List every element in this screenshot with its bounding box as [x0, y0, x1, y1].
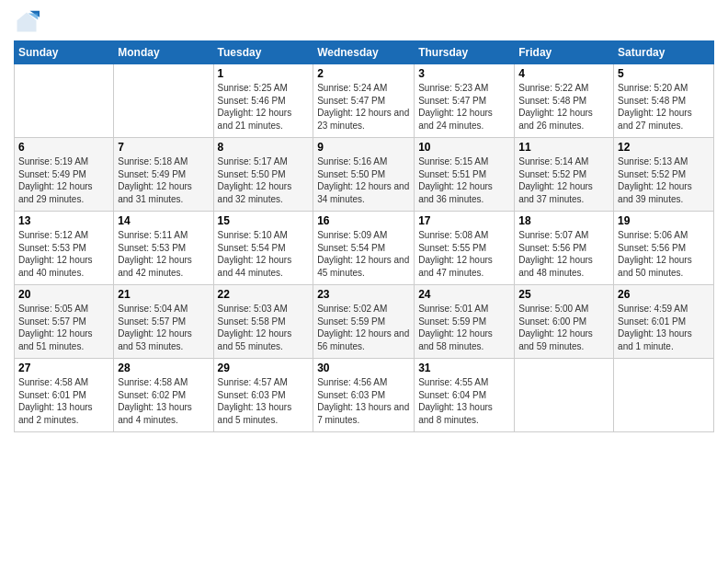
weekday-header-thursday: Thursday	[415, 41, 515, 64]
day-number: 23	[317, 288, 410, 301]
calendar-cell: 25Sunrise: 5:00 AM Sunset: 6:00 PM Dayli…	[515, 285, 614, 359]
day-details: Sunrise: 5:02 AM Sunset: 5:59 PM Dayligh…	[317, 303, 410, 352]
day-number: 26	[618, 288, 710, 301]
calendar-week-row: 1Sunrise: 5:25 AM Sunset: 5:46 PM Daylig…	[15, 64, 714, 138]
day-number: 11	[518, 141, 609, 154]
day-number: 31	[418, 362, 510, 374]
day-number: 7	[118, 141, 209, 154]
day-details: Sunrise: 5:03 AM Sunset: 5:58 PM Dayligh…	[218, 303, 310, 352]
calendar-cell	[614, 359, 714, 432]
calendar-table: SundayMondayTuesdayWednesdayThursdayFrid…	[14, 40, 714, 432]
day-details: Sunrise: 5:11 AM Sunset: 5:53 PM Dayligh…	[118, 229, 209, 279]
day-number: 10	[418, 141, 510, 154]
weekday-header-sunday: Sunday	[15, 41, 114, 64]
calendar-cell: 23Sunrise: 5:02 AM Sunset: 5:59 PM Dayli…	[313, 285, 415, 359]
day-details: Sunrise: 5:23 AM Sunset: 5:47 PM Dayligh…	[418, 82, 510, 132]
day-details: Sunrise: 5:18 AM Sunset: 5:49 PM Dayligh…	[118, 155, 209, 205]
day-details: Sunrise: 5:19 AM Sunset: 5:49 PM Dayligh…	[18, 155, 109, 205]
calendar-cell: 9Sunrise: 5:16 AM Sunset: 5:50 PM Daylig…	[313, 138, 415, 212]
day-number: 5	[618, 67, 710, 80]
calendar-cell: 29Sunrise: 4:57 AM Sunset: 6:03 PM Dayli…	[213, 359, 313, 432]
calendar-cell: 12Sunrise: 5:13 AM Sunset: 5:52 PM Dayli…	[614, 138, 714, 212]
calendar-week-row: 20Sunrise: 5:05 AM Sunset: 5:57 PM Dayli…	[15, 285, 714, 359]
page-header	[14, 9, 714, 35]
day-details: Sunrise: 5:12 AM Sunset: 5:53 PM Dayligh…	[18, 229, 109, 279]
day-number: 19	[618, 214, 710, 227]
calendar-cell: 14Sunrise: 5:11 AM Sunset: 5:53 PM Dayli…	[114, 212, 213, 285]
calendar-cell: 3Sunrise: 5:23 AM Sunset: 5:47 PM Daylig…	[415, 64, 515, 138]
calendar-cell: 30Sunrise: 4:56 AM Sunset: 6:03 PM Dayli…	[313, 359, 415, 432]
day-details: Sunrise: 5:15 AM Sunset: 5:51 PM Dayligh…	[418, 155, 510, 205]
calendar-cell: 16Sunrise: 5:09 AM Sunset: 5:54 PM Dayli…	[313, 212, 415, 285]
calendar-cell: 24Sunrise: 5:01 AM Sunset: 5:59 PM Dayli…	[415, 285, 515, 359]
day-details: Sunrise: 5:05 AM Sunset: 5:57 PM Dayligh…	[18, 303, 109, 352]
day-details: Sunrise: 5:25 AM Sunset: 5:46 PM Dayligh…	[218, 82, 310, 132]
calendar-cell: 5Sunrise: 5:20 AM Sunset: 5:48 PM Daylig…	[614, 64, 714, 138]
day-details: Sunrise: 5:09 AM Sunset: 5:54 PM Dayligh…	[317, 229, 410, 279]
calendar-cell: 6Sunrise: 5:19 AM Sunset: 5:49 PM Daylig…	[15, 138, 114, 212]
day-number: 25	[518, 288, 609, 301]
day-details: Sunrise: 5:16 AM Sunset: 5:50 PM Dayligh…	[317, 155, 410, 205]
weekday-header-tuesday: Tuesday	[213, 41, 313, 64]
calendar-cell: 21Sunrise: 5:04 AM Sunset: 5:57 PM Dayli…	[114, 285, 213, 359]
day-details: Sunrise: 5:08 AM Sunset: 5:55 PM Dayligh…	[418, 229, 510, 279]
day-details: Sunrise: 5:00 AM Sunset: 6:00 PM Dayligh…	[518, 303, 609, 352]
day-number: 6	[18, 141, 109, 154]
calendar-cell: 1Sunrise: 5:25 AM Sunset: 5:46 PM Daylig…	[213, 64, 313, 138]
weekday-header-friday: Friday	[515, 41, 614, 64]
calendar-cell: 8Sunrise: 5:17 AM Sunset: 5:50 PM Daylig…	[213, 138, 313, 212]
day-number: 17	[418, 214, 510, 227]
calendar-cell: 31Sunrise: 4:55 AM Sunset: 6:04 PM Dayli…	[415, 359, 515, 432]
day-details: Sunrise: 5:20 AM Sunset: 5:48 PM Dayligh…	[618, 82, 710, 132]
day-number: 20	[18, 288, 109, 301]
day-details: Sunrise: 5:06 AM Sunset: 5:56 PM Dayligh…	[618, 229, 710, 279]
calendar-cell: 19Sunrise: 5:06 AM Sunset: 5:56 PM Dayli…	[614, 212, 714, 285]
day-details: Sunrise: 4:59 AM Sunset: 6:01 PM Dayligh…	[618, 303, 710, 352]
day-details: Sunrise: 4:56 AM Sunset: 6:03 PM Dayligh…	[317, 376, 410, 426]
weekday-header-row: SundayMondayTuesdayWednesdayThursdayFrid…	[15, 41, 714, 64]
calendar-cell: 27Sunrise: 4:58 AM Sunset: 6:01 PM Dayli…	[15, 359, 114, 432]
weekday-header-saturday: Saturday	[614, 41, 714, 64]
calendar-cell: 26Sunrise: 4:59 AM Sunset: 6:01 PM Dayli…	[614, 285, 714, 359]
day-number: 9	[317, 141, 410, 154]
day-number: 18	[518, 214, 609, 227]
day-number: 8	[218, 141, 310, 154]
day-details: Sunrise: 5:07 AM Sunset: 5:56 PM Dayligh…	[518, 229, 609, 279]
calendar-cell: 15Sunrise: 5:10 AM Sunset: 5:54 PM Dayli…	[213, 212, 313, 285]
calendar-cell: 11Sunrise: 5:14 AM Sunset: 5:52 PM Dayli…	[515, 138, 614, 212]
calendar-cell: 20Sunrise: 5:05 AM Sunset: 5:57 PM Dayli…	[15, 285, 114, 359]
calendar-cell: 17Sunrise: 5:08 AM Sunset: 5:55 PM Dayli…	[415, 212, 515, 285]
calendar-header: SundayMondayTuesdayWednesdayThursdayFrid…	[15, 41, 714, 64]
day-number: 22	[218, 288, 310, 301]
calendar-cell: 10Sunrise: 5:15 AM Sunset: 5:51 PM Dayli…	[415, 138, 515, 212]
calendar-cell: 18Sunrise: 5:07 AM Sunset: 5:56 PM Dayli…	[515, 212, 614, 285]
day-details: Sunrise: 4:55 AM Sunset: 6:04 PM Dayligh…	[418, 376, 510, 426]
day-number: 14	[118, 214, 209, 227]
day-details: Sunrise: 5:13 AM Sunset: 5:52 PM Dayligh…	[618, 155, 710, 205]
day-number: 28	[118, 362, 209, 374]
calendar-cell: 13Sunrise: 5:12 AM Sunset: 5:53 PM Dayli…	[15, 212, 114, 285]
day-number: 1	[218, 67, 310, 80]
calendar-cell	[515, 359, 614, 432]
day-details: Sunrise: 4:58 AM Sunset: 6:02 PM Dayligh…	[118, 376, 209, 426]
day-number: 27	[18, 362, 109, 374]
day-number: 21	[118, 288, 209, 301]
calendar-week-row: 6Sunrise: 5:19 AM Sunset: 5:49 PM Daylig…	[15, 138, 714, 212]
calendar-cell	[114, 64, 213, 138]
logo-icon	[14, 9, 40, 35]
calendar-week-row: 13Sunrise: 5:12 AM Sunset: 5:53 PM Dayli…	[15, 212, 714, 285]
day-details: Sunrise: 5:17 AM Sunset: 5:50 PM Dayligh…	[218, 155, 310, 205]
day-details: Sunrise: 5:24 AM Sunset: 5:47 PM Dayligh…	[317, 82, 410, 132]
day-details: Sunrise: 5:01 AM Sunset: 5:59 PM Dayligh…	[418, 303, 510, 352]
day-details: Sunrise: 5:22 AM Sunset: 5:48 PM Dayligh…	[518, 82, 609, 132]
day-details: Sunrise: 5:10 AM Sunset: 5:54 PM Dayligh…	[218, 229, 310, 279]
calendar-cell	[15, 64, 114, 138]
day-number: 12	[618, 141, 710, 154]
day-details: Sunrise: 4:58 AM Sunset: 6:01 PM Dayligh…	[18, 376, 109, 426]
day-details: Sunrise: 5:04 AM Sunset: 5:57 PM Dayligh…	[118, 303, 209, 352]
weekday-header-monday: Monday	[114, 41, 213, 64]
logo	[14, 9, 43, 35]
day-number: 15	[218, 214, 310, 227]
calendar-cell: 2Sunrise: 5:24 AM Sunset: 5:47 PM Daylig…	[313, 64, 415, 138]
day-number: 3	[418, 67, 510, 80]
